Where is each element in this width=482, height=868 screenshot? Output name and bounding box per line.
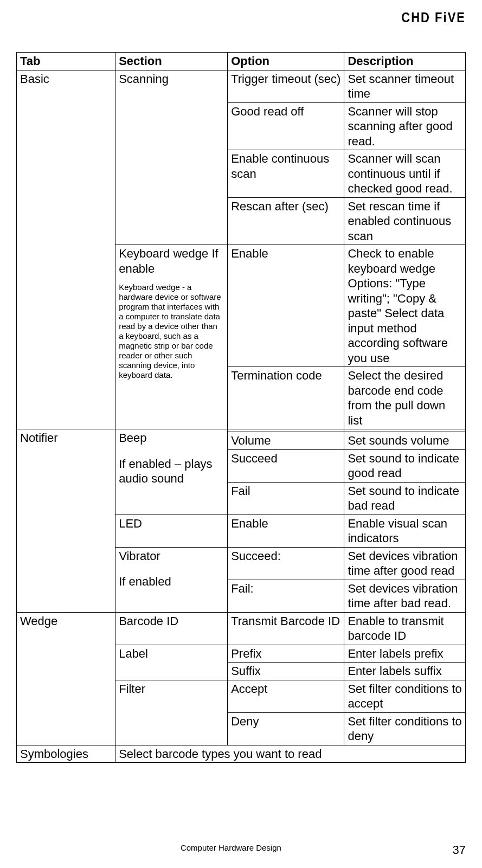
cell-section: Barcode ID — [115, 612, 228, 645]
footer-center-text: Computer Hardware Design — [181, 843, 281, 852]
section-sub-text: If enabled — [119, 574, 224, 589]
cell-section: Beep If enabled – plays audio sound — [115, 429, 228, 515]
cell-option: Enable — [228, 515, 344, 547]
th-tab: Tab — [17, 53, 115, 70]
table-row: Symbologies Select barcode types you wan… — [17, 745, 466, 763]
cell-option: Suffix — [228, 663, 344, 680]
cell-option: Transmit Barcode ID — [228, 612, 344, 645]
section-main-text: Keyboard wedge If enable — [119, 247, 218, 275]
cell-tab: Basic — [17, 70, 115, 429]
cell-option: Fail — [228, 482, 344, 515]
table-row: Wedge Barcode ID Transmit Barcode ID Ena… — [17, 612, 466, 645]
th-description: Description — [344, 53, 466, 70]
cell-section: Filter — [115, 680, 228, 745]
section-main-text: Beep — [119, 431, 146, 445]
cell-option: Accept — [228, 680, 344, 712]
cell-option: Trigger timeout (sec) — [228, 70, 344, 102]
cell-option: Fail: — [228, 580, 344, 612]
cell-description: Scanner will stop scanning after good re… — [344, 102, 466, 150]
page-footer: Computer Hardware Design 37 — [16, 843, 466, 857]
cell-option: Succeed — [228, 449, 344, 482]
cell-description: Enable visual scan indicators — [344, 515, 466, 547]
cell-description: Enter labels suffix — [344, 663, 466, 680]
table-row: Basic Scanning Trigger timeout (sec) Set… — [17, 70, 466, 102]
table-header-row: Tab Section Option Description — [17, 53, 466, 70]
cell-merged: Select barcode types you want to read — [115, 745, 466, 763]
cell-option: Termination code — [228, 367, 344, 429]
settings-table: Tab Section Option Description Basic Sca… — [16, 52, 466, 763]
cell-description: Enter labels prefix — [344, 645, 466, 663]
cell-description: Set rescan time if enabled continuous sc… — [344, 197, 466, 245]
cell-description: Check to enable keyboard wedge Options: … — [344, 245, 466, 367]
section-sub-text: If enabled – plays audio sound — [119, 456, 224, 486]
cell-section: Vibrator If enabled — [115, 547, 228, 612]
cell-section: Label — [115, 645, 228, 680]
cell-description: Scanner will scan continuous until if ch… — [344, 150, 466, 198]
cell-description: Set sound to indicate bad read — [344, 482, 466, 515]
cell-description: Set devices vibration time after bad rea… — [344, 580, 466, 612]
section-main-text: Vibrator — [119, 549, 160, 563]
cell-description: Set sound to indicate good read — [344, 449, 466, 482]
page-number: 37 — [453, 843, 466, 857]
cell-option: Deny — [228, 712, 344, 745]
cell-option: Succeed: — [228, 547, 344, 580]
page-header: CHD FiVE — [16, 9, 466, 26]
cell-description: Set scanner timeout time — [344, 70, 466, 102]
cell-section: Keyboard wedge If enable Keyboard wedge … — [115, 245, 228, 429]
cell-option: Prefix — [228, 645, 344, 663]
section-note-text: Keyboard wedge - a hardware device or so… — [119, 282, 224, 380]
cell-description: Set filter conditions to accept — [344, 680, 466, 712]
cell-section: Scanning — [115, 70, 228, 245]
th-option: Option — [228, 53, 344, 70]
cell-tab: Symbologies — [17, 745, 115, 763]
cell-option: Rescan after (sec) — [228, 197, 344, 245]
cell-description: Set sounds volume — [344, 432, 466, 450]
cell-option: Volume — [228, 432, 344, 450]
cell-option: Enable continuous scan — [228, 150, 344, 198]
cell-description: Set devices vibration time after good re… — [344, 547, 466, 580]
cell-tab: Notifier — [17, 429, 115, 613]
cell-section: LED — [115, 515, 228, 547]
cell-description: Select the desired barcode end code from… — [344, 367, 466, 429]
cell-description: Enable to transmit barcode ID — [344, 612, 466, 645]
cell-option: Enable — [228, 245, 344, 367]
cell-description: Set filter conditions to deny — [344, 712, 466, 745]
th-section: Section — [115, 53, 228, 70]
cell-tab: Wedge — [17, 612, 115, 745]
cell-option: Good read off — [228, 102, 344, 150]
